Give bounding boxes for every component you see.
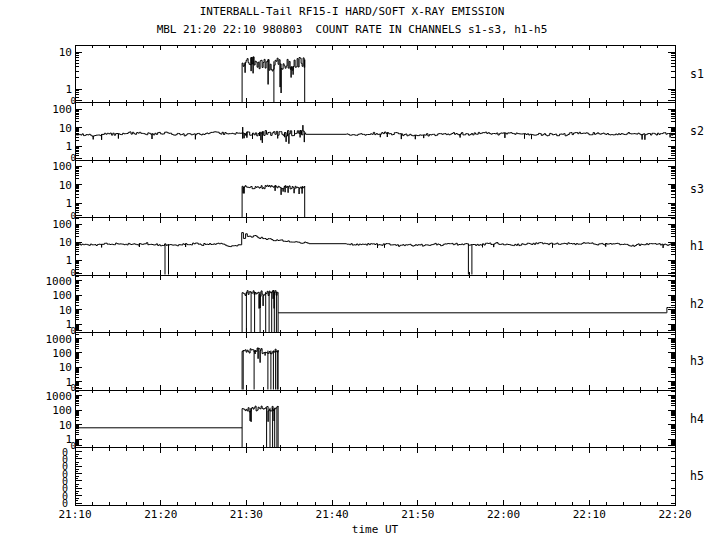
y-tick-label: 1 xyxy=(65,83,72,96)
series-h1-dropout xyxy=(165,244,169,274)
y-tick-label: 10 xyxy=(59,361,72,374)
multipanel-count-rate-chart: 1010s11001010s21001010s31001010h11000100… xyxy=(0,0,720,550)
x-tick-label: 22:00 xyxy=(487,508,520,521)
panel-border xyxy=(75,333,675,391)
y-tick-label: 10 xyxy=(59,46,72,59)
panel-h1: 1001010h1 xyxy=(52,218,704,279)
panel-border xyxy=(75,160,675,218)
x-tick-label: 21:50 xyxy=(401,508,434,521)
y-tick-label: 100 xyxy=(52,404,72,417)
x-tick-label: 21:30 xyxy=(230,508,263,521)
panel-h5: 00000000h5 xyxy=(62,447,704,510)
y-tick-label: 10 xyxy=(59,419,72,432)
y-tick-label: 1 xyxy=(65,140,72,153)
series-h1-trend xyxy=(223,244,239,246)
panel-s3: 1001010s3 xyxy=(52,160,704,221)
panel-s1: 1010s1 xyxy=(59,45,704,106)
time-axis: 21:1021:2021:3021:4021:5022:0022:1022:20… xyxy=(58,508,691,536)
series-s2-noisy xyxy=(347,132,675,140)
y-tick-label: 100 xyxy=(52,218,72,231)
series-s1-burst xyxy=(242,57,305,102)
panel-h4: 10001001010h4 xyxy=(46,390,704,451)
channel-label: s1 xyxy=(690,67,704,81)
x-tick-label: 22:10 xyxy=(573,508,606,521)
y-tick-label: 100 xyxy=(52,347,72,360)
y-tick-label: 1000 xyxy=(46,333,73,346)
y-tick-label: 10 xyxy=(59,236,72,249)
series-h1-dropout xyxy=(468,244,472,274)
series-h4-burst xyxy=(242,406,278,447)
panel-border xyxy=(75,275,675,333)
series-s2-noisy xyxy=(75,132,241,140)
channel-label: s3 xyxy=(690,182,704,196)
x-tick-label: 21:40 xyxy=(316,508,349,521)
channel-label: s2 xyxy=(690,124,704,138)
channel-label: h2 xyxy=(690,297,704,311)
x-tick-label: 21:10 xyxy=(58,508,91,521)
y-tick-label: 100 xyxy=(52,103,72,116)
channel-label: h3 xyxy=(690,354,704,368)
series-h2-burst xyxy=(242,291,278,333)
panel-border xyxy=(75,448,675,506)
y-tick-label: 100 xyxy=(52,289,72,302)
y-tick-label: 1 xyxy=(65,254,72,267)
y-tick-label: 10 xyxy=(59,304,72,317)
xray-emission-screenshot: INTERBALL-Tail RF15-I HARD/SOFT X-RAY EM… xyxy=(0,0,720,550)
y-tick-label: 1 xyxy=(65,197,72,210)
panel-border xyxy=(75,45,675,103)
channel-label: h4 xyxy=(690,412,704,426)
x-axis-title: time UT xyxy=(352,523,399,536)
panel-h2: 10001001010h2 xyxy=(46,275,704,336)
panel-border xyxy=(75,103,675,161)
y-tick-label: 10 xyxy=(59,122,72,135)
panel-h3: 10001001010h3 xyxy=(46,333,704,394)
series-s2-noisy xyxy=(241,125,305,144)
series-h1-noisy xyxy=(347,243,675,248)
y-tick-label: 10 xyxy=(59,179,72,192)
channel-label: h5 xyxy=(690,469,704,483)
channel-label: h1 xyxy=(690,239,704,253)
y-tick-label: 1000 xyxy=(46,390,73,403)
panel-border xyxy=(75,390,675,448)
x-tick-label: 21:20 xyxy=(144,508,177,521)
series-h1-noisy xyxy=(75,243,223,248)
y-tick-label: 1000 xyxy=(46,275,73,288)
x-tick-label: 22:20 xyxy=(658,508,691,521)
series-h1-trend xyxy=(240,233,309,245)
series-s3-burst xyxy=(242,185,305,217)
y-tick-label: 100 xyxy=(52,160,72,173)
series-h3-burst xyxy=(242,348,278,390)
panel-s2: 1001010s2 xyxy=(52,103,704,164)
